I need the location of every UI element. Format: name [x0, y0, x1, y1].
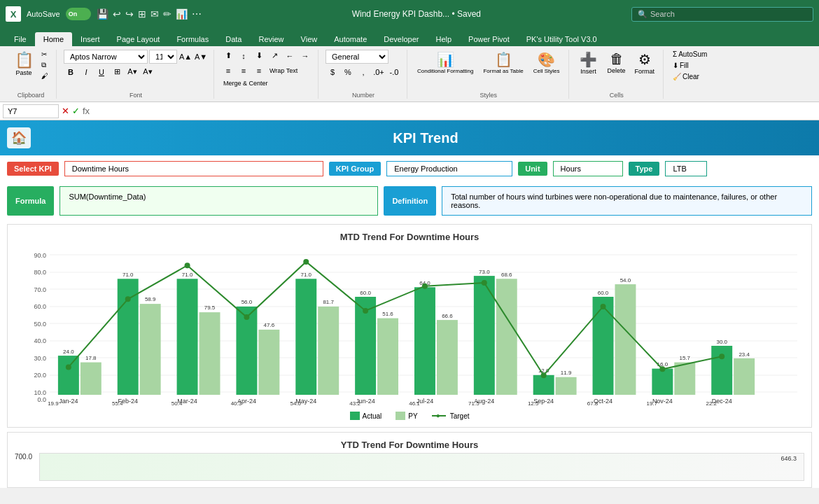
italic-button[interactable]: I	[79, 66, 93, 78]
undo-icon[interactable]: ↩	[113, 8, 121, 20]
name-box[interactable]: Y7	[3, 104, 59, 118]
svg-text:Apr-24: Apr-24	[237, 398, 256, 405]
chart-icon[interactable]: 📊	[176, 8, 188, 20]
font-size-selector[interactable]: 11	[149, 50, 177, 64]
cs-label: Cell Styles	[533, 68, 560, 74]
kpi-group-value[interactable]: Energy Production	[386, 161, 512, 176]
tab-file[interactable]: File	[6, 32, 35, 46]
clear-button[interactable]: 🧹 Clear	[671, 72, 709, 81]
tab-insert[interactable]: Insert	[72, 32, 108, 46]
decimal-dec-button[interactable]: -.0	[387, 66, 401, 78]
underline-button[interactable]: U	[94, 66, 108, 78]
tab-automate[interactable]: Automate	[326, 32, 375, 46]
svg-text:71.0: 71.0	[300, 272, 312, 278]
bar-py-apr	[258, 330, 279, 395]
select-kpi-value[interactable]: Downtime Hours	[64, 161, 323, 176]
align-right-button[interactable]: ≡	[252, 64, 266, 77]
text-direction-button[interactable]: ↗	[267, 50, 281, 62]
align-middle-button[interactable]: ↕	[237, 50, 251, 62]
number-format-selector[interactable]: General	[326, 50, 388, 64]
paste-button[interactable]: 📋 Paste	[11, 50, 36, 78]
tab-power-pivot[interactable]: Power Pivot	[460, 32, 518, 46]
draw-icon[interactable]: ✏	[163, 8, 172, 20]
paste-icon: 📋	[15, 51, 34, 69]
redo-icon[interactable]: ↪	[125, 8, 134, 20]
bold-button[interactable]: B	[64, 66, 78, 78]
indent-inc-button[interactable]: →	[298, 50, 312, 62]
svg-text:Sep-24: Sep-24	[533, 398, 554, 405]
tab-data[interactable]: Data	[217, 32, 250, 46]
svg-text:0.0: 0.0	[37, 396, 46, 403]
svg-text:11.9: 11.9	[561, 370, 572, 376]
format-table-icon: 📋	[495, 51, 512, 68]
ytd-value: 646.3	[780, 455, 797, 462]
wrap-text-button[interactable]: Wrap Text	[267, 66, 300, 75]
table-icon[interactable]: ⊞	[138, 8, 146, 20]
format-painter-button[interactable]: 🖌	[39, 71, 50, 80]
bar-py-jan	[80, 363, 102, 395]
svg-text:Dec-24: Dec-24	[712, 398, 732, 405]
formula-cancel-icon[interactable]: ✕	[62, 106, 69, 116]
font-color-button[interactable]: A▾	[141, 66, 155, 78]
format-button[interactable]: ⚙ Format	[632, 50, 658, 76]
tab-help[interactable]: Help	[427, 32, 460, 46]
fill-button[interactable]: ⬇ Fill	[671, 61, 709, 70]
clear-label: Clear	[682, 73, 699, 80]
bar-actual-dec	[711, 346, 732, 395]
format-table-button[interactable]: 📋 Format as Table	[480, 50, 526, 76]
tab-view[interactable]: View	[293, 32, 326, 46]
unit-value[interactable]: Hours	[553, 161, 623, 176]
font-name-selector[interactable]: Aptos Narrow	[64, 50, 148, 64]
tab-page-layout[interactable]: Page Layout	[108, 32, 169, 46]
autosave-toggle[interactable]	[66, 8, 91, 20]
fill-color-button[interactable]: A▾	[125, 66, 139, 78]
target-dot-apr	[244, 314, 249, 320]
save-icon[interactable]: 💾	[97, 8, 108, 20]
cell-styles-button[interactable]: 🎨 Cell Styles	[531, 50, 563, 76]
decimal-inc-button[interactable]: .0+	[372, 66, 386, 78]
mail-icon[interactable]: ✉	[150, 8, 159, 20]
home-icon[interactable]: 🏠	[7, 127, 31, 148]
conditional-formatting-button[interactable]: 📊 Conditional Formatting	[414, 50, 476, 76]
align-left-button[interactable]: ≡	[221, 64, 235, 77]
font-increase-button[interactable]: A▲	[178, 50, 192, 63]
target-dot-oct	[601, 304, 606, 309]
svg-text:70.0: 70.0	[34, 286, 46, 293]
font-decrease-button[interactable]: A▼	[194, 50, 208, 63]
copy-icon: ⧉	[41, 61, 46, 69]
delete-button[interactable]: 🗑 Delete	[604, 50, 629, 76]
title-search-box[interactable]: 🔍 Search	[631, 7, 813, 22]
type-value[interactable]: LTB	[665, 161, 707, 176]
formula-input[interactable]	[92, 106, 816, 117]
align-top-button[interactable]: ⬆	[221, 50, 235, 62]
percent-button[interactable]: %	[341, 66, 355, 78]
bar-actual-jan	[58, 356, 79, 395]
clipboard-group: 📋 Paste ✂ ⧉ 🖌 Clipboard	[6, 50, 57, 99]
autosave-label: AutoSave	[27, 10, 60, 18]
insert-icon: ➕	[580, 51, 597, 68]
currency-button[interactable]: $	[326, 66, 340, 78]
autosum-button[interactable]: Σ AutoSum	[671, 50, 709, 59]
svg-text:Nov-24: Nov-24	[652, 398, 673, 405]
copy-button[interactable]: ⧉	[39, 60, 50, 70]
border-button[interactable]: ⊞	[110, 66, 124, 78]
align-center-button[interactable]: ≡	[237, 64, 251, 77]
more-icon[interactable]: ⋯	[192, 8, 202, 20]
tab-pks-utility[interactable]: PK's Utility Tool V3.0	[518, 32, 606, 46]
tab-review[interactable]: Review	[250, 32, 292, 46]
formula-confirm-icon[interactable]: ✓	[72, 106, 80, 116]
kpi-controls-row: Select KPI Downtime Hours KPI Group Ener…	[0, 155, 819, 182]
svg-text:Feb-24: Feb-24	[118, 398, 137, 405]
tab-developer[interactable]: Developer	[375, 32, 427, 46]
insert-button[interactable]: ➕ Insert	[576, 50, 601, 76]
formula-insert-icon[interactable]: fx	[83, 106, 90, 116]
cut-button[interactable]: ✂	[39, 50, 50, 59]
ytd-section: YTD Trend For Downtime Hours 700.0 646.3	[7, 432, 812, 488]
tab-home[interactable]: Home	[35, 32, 72, 46]
formula-value: SUM(Downtime_Data)	[59, 186, 378, 216]
merge-center-button[interactable]: Merge & Center	[221, 79, 270, 88]
comma-button[interactable]: ,	[356, 66, 370, 78]
indent-dec-button[interactable]: ←	[283, 50, 297, 62]
tab-formulas[interactable]: Formulas	[168, 32, 217, 46]
align-bottom-button[interactable]: ⬇	[252, 50, 266, 62]
